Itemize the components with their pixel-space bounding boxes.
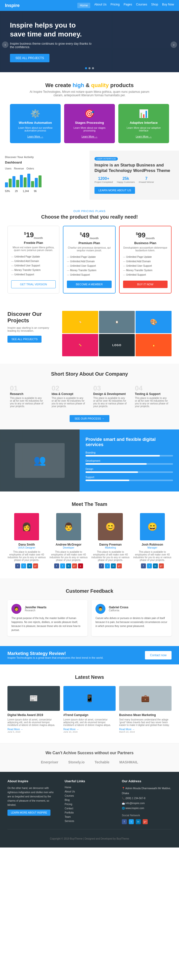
business-cta-button[interactable]: BUY IT NOW bbox=[123, 281, 168, 288]
footer-links: Userful Links Home About Us Courses Blog… bbox=[65, 779, 114, 824]
hero-prev-button[interactable]: ‹ bbox=[2, 41, 8, 48]
partner-mashmail: MASHMAIL bbox=[119, 760, 138, 764]
nav-link-pages[interactable]: Pages bbox=[123, 3, 132, 8]
hero-cta-button[interactable]: SEE ALL PROJECTS bbox=[10, 54, 50, 62]
footer-link-services[interactable]: Services bbox=[65, 820, 114, 822]
josh-twitter-icon[interactable]: t bbox=[147, 563, 152, 568]
hero-dot-2[interactable] bbox=[88, 67, 91, 69]
bar-9 bbox=[35, 178, 38, 187]
learn-more-button[interactable]: LEARN MORE ABOUT US bbox=[94, 187, 135, 194]
project-item-4[interactable]: ✏️ bbox=[62, 334, 98, 356]
bar-2 bbox=[9, 179, 12, 187]
footer-link-team[interactable]: Team bbox=[65, 816, 114, 818]
footer-facebook-icon[interactable]: f bbox=[122, 819, 127, 824]
dana-twitter-icon[interactable]: t bbox=[21, 563, 26, 568]
news-image-1: 📰 bbox=[8, 686, 60, 711]
footer-link-blog[interactable]: Blog bbox=[65, 799, 114, 801]
step-4-num: 04 bbox=[135, 384, 169, 392]
hero-dot-3[interactable] bbox=[92, 67, 94, 69]
andrew-facebook-icon[interactable]: f bbox=[54, 563, 59, 568]
nav-link-about[interactable]: About Us bbox=[94, 3, 106, 8]
project-item-2[interactable]: 📋 bbox=[99, 311, 135, 333]
company-steps: 01 Research This place is available to a… bbox=[8, 382, 171, 410]
hero-next-button[interactable]: › bbox=[171, 41, 177, 48]
news-text-3: Sed many businesses understand the adage… bbox=[119, 718, 171, 727]
project-item-6[interactable]: 🔥 bbox=[136, 334, 171, 356]
footer-link-home[interactable]: Home bbox=[65, 786, 114, 789]
news-title-1: Digital Media Award 2019 bbox=[8, 713, 60, 717]
footer-link-about[interactable]: About Us bbox=[65, 790, 114, 793]
project-item-3[interactable]: 🎨 bbox=[136, 311, 171, 333]
footer-link-courses[interactable]: Courses bbox=[65, 794, 114, 797]
nav-link-buynow[interactable]: Buy Now bbox=[162, 3, 174, 8]
footer-gplus-icon[interactable]: g+ bbox=[143, 819, 148, 824]
nav-link-pricing[interactable]: Pricing bbox=[110, 3, 120, 8]
nav-link-home[interactable]: Home bbox=[77, 3, 90, 8]
andrew-pinterest-icon[interactable]: p bbox=[78, 563, 83, 568]
process-button[interactable]: SEE OUR PROCESS → bbox=[70, 415, 109, 422]
josh-gplus-icon[interactable]: g+ bbox=[159, 563, 164, 568]
danny-twitter-icon[interactable]: t bbox=[105, 563, 110, 568]
danny-facebook-icon[interactable]: f bbox=[99, 563, 104, 568]
freebie-desc: Mirum est notare quam littera gothica, q… bbox=[11, 246, 56, 251]
news-readmore-3[interactable]: Read More → bbox=[119, 728, 171, 731]
feedback-name-2: Gabriel Cross bbox=[109, 606, 128, 609]
team-card-danny: 😊 Danny Freeman Marketing This place is … bbox=[91, 513, 130, 568]
danny-gplus-icon[interactable]: g+ bbox=[117, 563, 122, 568]
news-readmore-1[interactable]: Read More → bbox=[8, 728, 60, 731]
workflow-link[interactable]: Learn More → bbox=[27, 135, 43, 138]
projects-left: Discover Our Projects Inspire app starti… bbox=[8, 311, 57, 356]
services-image: 👥 bbox=[0, 430, 80, 492]
news-image-3: 💼 bbox=[119, 686, 171, 711]
adaptive-link[interactable]: Learn More → bbox=[136, 135, 152, 138]
feedback-avatar-2: 👨 bbox=[96, 604, 105, 614]
step-2-desc: This place is available to any or all fo… bbox=[52, 397, 86, 407]
feedback-text-1: The great purpose of the truly, the mast… bbox=[11, 616, 83, 632]
andrew-gplus-icon[interactable]: g+ bbox=[72, 563, 77, 568]
footer-learn-button[interactable]: LEARN MORE ABOUT INSPIRE bbox=[8, 810, 51, 816]
premium-cta-button[interactable]: BECOME A MEMBER bbox=[67, 281, 111, 288]
dashboard-heading: Inspire is an Startup Business and Digit… bbox=[94, 162, 174, 173]
service-bar-branding-fill bbox=[86, 455, 160, 457]
team-card-josh: 😄 Josh Robinson Manager This place is av… bbox=[133, 513, 172, 568]
projects-cta-button[interactable]: SEE ALL PROJECTS bbox=[8, 336, 42, 343]
footer-link-contact[interactable]: Contact bbox=[65, 807, 114, 810]
contact-now-button[interactable]: Contact now bbox=[145, 651, 171, 659]
feedback-title-1: Research bbox=[25, 609, 46, 612]
nav-link-shop[interactable]: Shop bbox=[151, 3, 158, 8]
dana-linkedin-icon[interactable]: in bbox=[27, 563, 32, 568]
dashboard-left: Discover Your Activity Dashboard Users R… bbox=[0, 151, 90, 200]
partner-enerpriser: Enerpriser bbox=[41, 760, 58, 764]
josh-facebook-icon[interactable]: f bbox=[141, 563, 146, 568]
footer-linkedin-icon[interactable]: in bbox=[136, 819, 141, 824]
dana-gplus-icon[interactable]: g+ bbox=[33, 563, 38, 568]
service-bar-development: Development bbox=[86, 460, 173, 465]
andrew-social: f t in g+ p bbox=[50, 563, 88, 568]
freebie-cta-button[interactable]: GET TRIAL VERSION bbox=[11, 280, 56, 288]
footer-columns: About Inspire On the other hand, we deno… bbox=[8, 779, 171, 824]
stat-projects: 1200+ Project Completed bbox=[94, 177, 113, 183]
footer-link-portfolio[interactable]: Portfolio bbox=[65, 811, 114, 814]
nav-logo[interactable]: Inspire bbox=[5, 3, 20, 8]
stat-customers: 25k Happy Customers bbox=[117, 177, 135, 183]
stages-link[interactable]: Learn More → bbox=[82, 135, 97, 138]
news-readmore-2[interactable]: Read More → bbox=[63, 728, 116, 731]
josh-linkedin-icon[interactable]: in bbox=[153, 563, 158, 568]
news-title-2: #Trend Campaign bbox=[63, 713, 116, 717]
project-item-5[interactable]: LOGO bbox=[99, 334, 135, 356]
footer-link-pricing[interactable]: Pricing bbox=[65, 803, 114, 806]
quality-heading-post: products bbox=[110, 82, 134, 88]
footer-twitter-icon[interactable]: t bbox=[129, 819, 134, 824]
dashboard-section: Discover Your Activity Dashboard Users R… bbox=[0, 151, 179, 200]
project-item-1[interactable]: 🏷️ bbox=[62, 311, 98, 333]
footer-links-title: Userful Links bbox=[65, 779, 114, 783]
andrew-twitter-icon[interactable]: t bbox=[60, 563, 65, 568]
hero-dot-1[interactable] bbox=[85, 67, 87, 69]
step-1-desc: This place is available to any or all fo… bbox=[10, 397, 44, 407]
marketing-banner: Marketing Strategy Review! Inspire Techn… bbox=[0, 646, 179, 664]
nav-link-courses[interactable]: Courses bbox=[136, 3, 147, 8]
adaptive-desc: Learn More about our adaptive interface bbox=[122, 127, 166, 132]
andrew-linkedin-icon[interactable]: in bbox=[66, 563, 71, 568]
dana-facebook-icon[interactable]: f bbox=[15, 563, 20, 568]
danny-linkedin-icon[interactable]: in bbox=[111, 563, 116, 568]
